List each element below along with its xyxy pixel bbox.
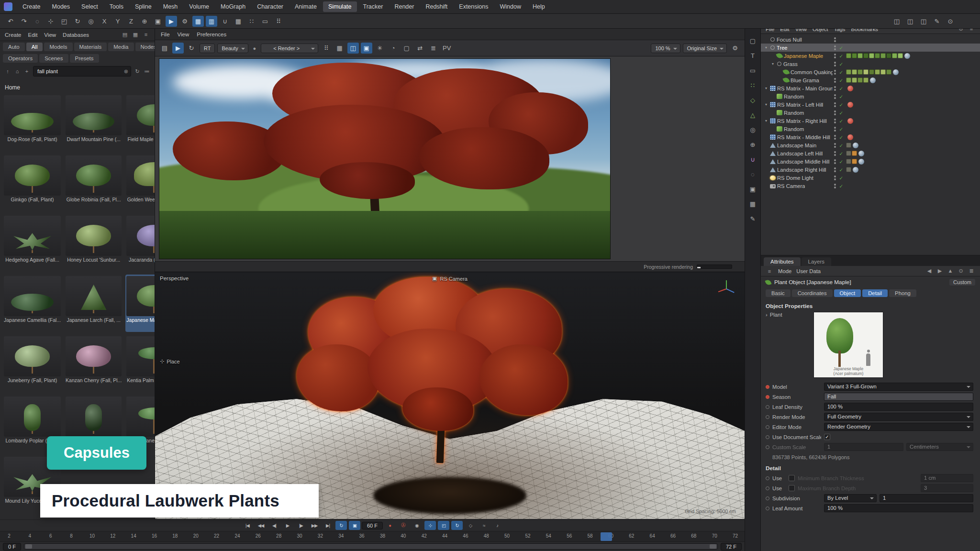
visibility-dots[interactable] [833, 159, 837, 164]
interactive-render-region-icon[interactable]: ▦ [192, 16, 204, 27]
star-icon[interactable]: ✳ [374, 43, 386, 54]
material-swatch-icon[interactable] [880, 53, 886, 58]
menu-item[interactable]: Mesh [158, 1, 183, 12]
loop-mode-button[interactable]: ↻ [335, 521, 347, 530]
grid-toggle-icon[interactable]: ▦ [747, 198, 758, 209]
plant-asset[interactable]: Jacaranda (Fall, Plant) [125, 214, 155, 272]
coordinate-system-icon[interactable]: ⊕ [139, 16, 150, 27]
render-pass-dropdown[interactable]: Beauty [217, 44, 248, 53]
search-commander-icon[interactable]: ⊙ [945, 16, 956, 27]
expand-arrow-icon[interactable]: ▾ [764, 45, 768, 50]
enabled-check-icon[interactable]: ✓ [837, 118, 845, 124]
timeline-tick[interactable]: 36 [357, 533, 366, 539]
start-render-icon[interactable]: ▶ [172, 43, 184, 54]
snapshot-a-icon[interactable]: ▣ [361, 43, 372, 54]
autokey-button[interactable]: Ⓐ [398, 521, 409, 530]
add-icon[interactable]: + [23, 68, 31, 74]
customize-icon[interactable]: ✎ [931, 16, 943, 27]
asset-browser-menu-item[interactable]: Create [5, 32, 22, 38]
plant-asset[interactable]: Japanese Larch (Fall, ... [65, 275, 122, 332]
asset-filter-tab[interactable]: Nodes [135, 43, 155, 51]
keyframe-dot-icon[interactable] [766, 385, 769, 389]
grid-view-icon[interactable]: ▦ [132, 32, 139, 38]
phong-tag-icon[interactable] [870, 77, 876, 83]
enabled-check-icon[interactable]: ✓ [837, 143, 845, 148]
polygons-mode-icon[interactable]: △ [747, 110, 758, 120]
render-view-menu-item[interactable]: File [161, 32, 170, 37]
object-row[interactable]: Random ✓ [761, 125, 980, 133]
undo-icon[interactable]: ↶ [5, 16, 16, 27]
previous-frame-button[interactable]: ◀| [268, 521, 280, 530]
menu-item[interactable]: Character [252, 1, 289, 12]
zoom-dropdown[interactable]: 100 % [651, 44, 680, 53]
timeline-tick[interactable]: 34 [337, 533, 345, 539]
attribute-value[interactable]: Render Geometry [824, 423, 973, 431]
custom-button[interactable]: Custom [949, 279, 975, 286]
menu-item[interactable]: Animate [290, 1, 322, 12]
material-swatch-icon[interactable] [852, 77, 857, 83]
material-swatch-icon[interactable] [846, 167, 851, 172]
viewport-solo-icon[interactable]: ◌ [747, 169, 758, 179]
expand-arrow-icon[interactable]: ▾ [770, 62, 775, 66]
timeline-tick[interactable]: 4 [25, 533, 34, 539]
object-row[interactable]: ▾ RS Matrix - Left Hill ✓ [761, 100, 980, 109]
material-manager-icon[interactable]: ▥ [206, 16, 217, 27]
keyframe-dot-icon[interactable] [766, 445, 769, 449]
visibility-dots[interactable] [833, 127, 837, 132]
menu-item[interactable]: Select [76, 1, 103, 12]
material-swatch-icon[interactable] [846, 53, 851, 58]
enabled-check-icon[interactable]: ✓ [837, 175, 845, 181]
layout-standard-icon[interactable]: ◫ [891, 16, 902, 27]
material-swatch-icon[interactable] [846, 143, 851, 148]
keyframe-dot-icon[interactable] [766, 486, 769, 490]
object-row[interactable]: ▾ RS Matrix - Main Ground ✓ [761, 84, 980, 92]
expand-arrow-icon[interactable]: ▾ [764, 119, 768, 123]
timeline-tick[interactable]: 2 [5, 533, 13, 539]
asset-browser-menu-item[interactable]: Edit [28, 32, 38, 38]
camera-mode-icon[interactable]: ▣ [747, 184, 758, 194]
enabled-check-icon[interactable]: ✓ [837, 61, 845, 67]
plant-asset[interactable]: Kentia Palm (Fall, Plant) [125, 335, 155, 392]
phong-tag-icon[interactable] [853, 167, 858, 173]
quantize-icon[interactable]: ∷ [246, 16, 257, 27]
keyframe-dot-icon[interactable] [766, 395, 769, 399]
visibility-dots[interactable] [833, 62, 837, 66]
axis-z-lock-icon[interactable]: Z [125, 16, 137, 27]
snap-icon[interactable]: ∪ [219, 16, 231, 27]
viewport-canvas[interactable] [155, 272, 745, 519]
list-view-icon[interactable]: ≔ [143, 68, 151, 75]
material-swatch-icon[interactable] [886, 53, 891, 58]
timeline-ruler[interactable]: 2468101214161820222426283032343638404244… [0, 531, 745, 542]
redshift-tag-icon[interactable] [847, 118, 853, 124]
play-range-button[interactable]: ▣ [349, 521, 360, 530]
plant-preview-thumbnail[interactable]: Japanese Maple (Acer palmatum) [813, 312, 883, 378]
clay-render-icon[interactable]: ◔ [388, 43, 399, 54]
asset-browser-menu-item[interactable]: View [44, 32, 56, 38]
grid-snap-icon[interactable]: ▦ [233, 16, 244, 27]
texture-mode-icon[interactable]: T [747, 50, 758, 61]
enabled-check-icon[interactable]: ✓ [837, 183, 845, 189]
enabled-check-icon[interactable]: ✓ [837, 53, 845, 59]
timeline-tick[interactable]: 64 [648, 533, 657, 539]
expander-icon[interactable]: › [766, 312, 768, 318]
live-selection-icon[interactable]: ◌ [32, 16, 43, 27]
render-view-menu-item[interactable]: View [178, 32, 189, 37]
timeline-playhead[interactable] [601, 532, 612, 541]
phong-tag-icon[interactable] [893, 69, 899, 75]
region-icon[interactable]: ▢ [401, 43, 412, 54]
redshift-tag-icon[interactable] [847, 134, 853, 140]
render-view-icon[interactable]: ▣ [152, 16, 164, 27]
menu-item[interactable]: Render [389, 1, 419, 12]
pv-icon[interactable]: PV [441, 43, 453, 54]
asset-browser-menu-item[interactable]: Databases [63, 32, 89, 38]
keyframe-dot-icon[interactable] [766, 476, 769, 480]
redshift-tag-icon[interactable] [847, 86, 853, 91]
go-to-end-button[interactable]: ▶| [322, 521, 334, 530]
timeline-tick[interactable]: 14 [129, 533, 138, 539]
user-data-button[interactable]: User Data [796, 268, 821, 274]
attribute-checkbox[interactable] [824, 434, 830, 440]
folder-up-icon[interactable]: ↑ [4, 68, 11, 74]
visibility-dots[interactable] [833, 151, 837, 156]
enabled-check-icon[interactable]: ✓ [837, 134, 845, 140]
enabled-check-icon[interactable]: ✓ [837, 167, 845, 173]
